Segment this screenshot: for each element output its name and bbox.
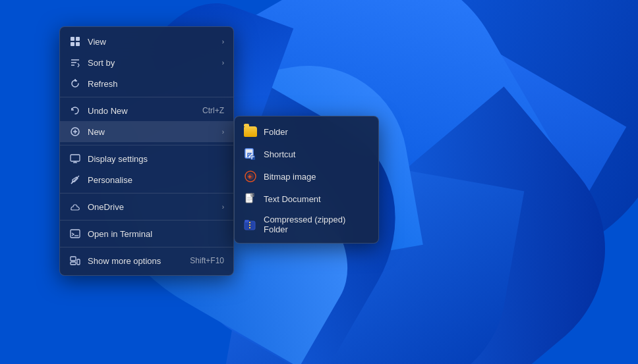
- new-icon: [69, 126, 81, 138]
- terminal-icon: [69, 228, 81, 240]
- submenu-folder-label: Folder: [264, 127, 288, 137]
- new-submenu: Folder Shortcut ✦ Bitmap image: [234, 116, 379, 244]
- context-menu: View › Sort by › Refresh: [59, 26, 234, 276]
- undo-icon: [69, 105, 81, 117]
- menu-item-display-settings-label: Display settings: [88, 154, 224, 164]
- submenu-item-text-doc[interactable]: Text Document: [235, 188, 378, 210]
- menu-item-personalise[interactable]: Personalise: [60, 169, 233, 190]
- submenu-item-shortcut[interactable]: Shortcut: [235, 143, 378, 165]
- svg-rect-2: [71, 42, 74, 46]
- submenu-bitmap-label: Bitmap image: [264, 172, 316, 182]
- svg-text:✦: ✦: [247, 174, 252, 180]
- svg-rect-10: [71, 155, 80, 161]
- menu-item-sortby-label: Sort by: [88, 58, 216, 68]
- onedrive-icon: [69, 201, 81, 213]
- view-arrow-icon: ›: [222, 38, 224, 45]
- refresh-icon: [69, 78, 81, 90]
- svg-rect-22: [250, 155, 255, 160]
- shortcut-icon: [244, 147, 257, 161]
- menu-item-refresh[interactable]: Refresh: [60, 73, 233, 94]
- svg-rect-32: [245, 220, 249, 222]
- menu-item-onedrive[interactable]: OneDrive ›: [60, 196, 233, 217]
- submenu-shortcut-label: Shortcut: [264, 149, 295, 159]
- svg-rect-3: [76, 42, 80, 46]
- menu-item-sortby[interactable]: Sort by ›: [60, 52, 233, 73]
- menu-item-undo-new-label: Undo New: [88, 106, 196, 116]
- folder-icon: [244, 125, 257, 138]
- menu-item-new-label: New: [88, 127, 216, 137]
- bitmap-icon: ✦: [244, 170, 257, 183]
- show-more-icon: [69, 255, 81, 267]
- zip-icon: [244, 218, 257, 231]
- divider-3: [60, 193, 233, 194]
- submenu-item-folder[interactable]: Folder: [235, 120, 378, 143]
- divider-2: [60, 145, 233, 145]
- svg-rect-38: [249, 226, 250, 227]
- menu-item-open-terminal[interactable]: Open in Terminal: [60, 223, 233, 244]
- submenu-zip-label: Compressed (zipped) Folder: [264, 215, 369, 234]
- menu-item-view[interactable]: View ›: [60, 31, 233, 52]
- menu-item-show-more-label: Show more options: [88, 256, 183, 266]
- onedrive-arrow-icon: ›: [222, 203, 224, 211]
- undo-new-shortcut: Ctrl+Z: [202, 106, 224, 115]
- menu-item-new[interactable]: New ›: [60, 121, 233, 142]
- svg-rect-0: [71, 37, 74, 41]
- menu-item-refresh-label: Refresh: [88, 79, 224, 89]
- svg-rect-15: [71, 230, 80, 238]
- display-settings-icon: [69, 153, 81, 165]
- new-arrow-icon: ›: [222, 128, 224, 136]
- svg-rect-18: [71, 262, 76, 265]
- submenu-item-bitmap[interactable]: ✦ Bitmap image: [235, 165, 378, 188]
- svg-rect-35: [249, 224, 250, 226]
- svg-rect-36: [249, 227, 250, 228]
- divider-4: [60, 220, 233, 221]
- menu-item-show-more[interactable]: Show more options Shift+F10: [60, 250, 233, 271]
- svg-rect-19: [77, 259, 80, 265]
- menu-item-undo-new[interactable]: Undo New Ctrl+Z: [60, 100, 233, 121]
- menu-item-onedrive-label: OneDrive: [88, 202, 216, 212]
- sortby-arrow-icon: ›: [222, 59, 224, 66]
- menu-item-personalise-label: Personalise: [88, 175, 224, 185]
- menu-item-open-terminal-label: Open in Terminal: [88, 229, 224, 239]
- svg-rect-1: [76, 37, 80, 41]
- divider-1: [60, 97, 233, 97]
- sortby-icon: [69, 57, 81, 68]
- svg-rect-37: [249, 223, 250, 224]
- submenu-item-zip[interactable]: Compressed (zipped) Folder: [235, 210, 378, 239]
- text-doc-icon: [244, 192, 257, 205]
- svg-rect-17: [71, 257, 76, 261]
- svg-rect-34: [249, 222, 250, 223]
- personalise-icon: [69, 174, 81, 186]
- menu-item-view-label: View: [88, 37, 216, 47]
- view-icon: [69, 36, 81, 47]
- divider-5: [60, 247, 233, 247]
- submenu-text-doc-label: Text Document: [264, 194, 321, 204]
- menu-item-display-settings[interactable]: Display settings: [60, 148, 233, 169]
- show-more-shortcut: Shift+F10: [190, 256, 224, 265]
